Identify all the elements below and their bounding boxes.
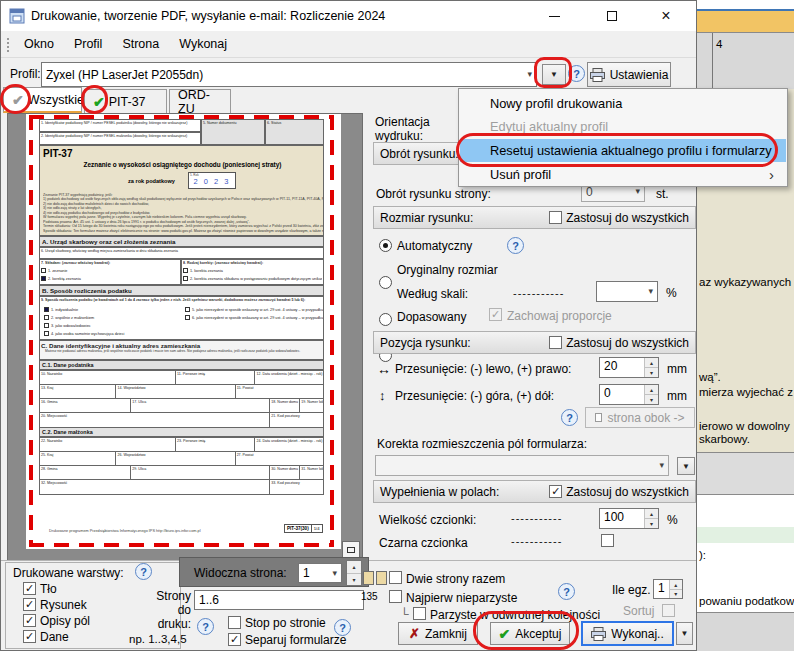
accept-button[interactable]: Akceptuj xyxy=(490,622,570,645)
offset-v-spinner[interactable]: 0 xyxy=(599,384,659,405)
radio-automatic[interactable] xyxy=(379,239,392,252)
toolbar-grip xyxy=(7,38,10,52)
menu-wykonaj[interactable]: Wykonaj xyxy=(170,34,236,54)
pages-input[interactable]: 1..6 xyxy=(194,590,364,610)
menu-item-delete-profile[interactable]: Usuń profil xyxy=(460,163,786,185)
sort-checkbox[interactable] xyxy=(662,604,675,617)
position-apply-all-checkbox[interactable] xyxy=(549,336,562,349)
menu-profil[interactable]: Profil xyxy=(65,34,111,54)
size-header: Rozmiar rysunku: Zastosuj do wszystkich xyxy=(373,206,696,229)
fields-correction-combobox[interactable] xyxy=(375,455,669,476)
layers-help-icon[interactable] xyxy=(135,563,152,580)
copies-help-icon[interactable] xyxy=(558,583,575,600)
layer-tlo-checkbox[interactable] xyxy=(23,582,36,595)
fields-correction-dropdown-button[interactable] xyxy=(677,457,695,475)
font-size-spinner[interactable]: 100 xyxy=(599,508,659,529)
year-value: 2 0 2 3 xyxy=(189,177,235,186)
close-button[interactable]: × xyxy=(651,5,681,27)
two-pages-checkbox[interactable] xyxy=(389,571,402,584)
form-footer-url: http://biuro.ips-infor.com.pl xyxy=(156,529,201,533)
size-help-icon[interactable] xyxy=(507,237,524,254)
form-code: PIT-37 xyxy=(43,148,72,159)
form-option: 4. jako osoba samotnie wychowująca dziec… xyxy=(44,331,182,336)
keep-proportions-checkbox[interactable] xyxy=(489,308,502,321)
tab-pit37[interactable]: PIT-37 xyxy=(84,89,167,113)
odd-first-label: Najpierw nieparzyste xyxy=(406,591,517,605)
minimize-button[interactable] xyxy=(539,5,569,27)
form-field: 24. Data urodzenia (dzień - miesiąc - ro… xyxy=(255,438,323,451)
execute-dropdown-button[interactable] xyxy=(676,622,693,645)
unchecked-box-icon xyxy=(183,268,188,273)
form-option: 1. zeznanie xyxy=(41,268,179,273)
close-dialog-button[interactable]: Zamknij xyxy=(398,622,478,645)
form-field: 2. Identyfikator podatkowy NIP / numer P… xyxy=(39,132,201,145)
stop-help-icon[interactable] xyxy=(334,619,351,636)
profile-help-icon[interactable] xyxy=(568,65,585,82)
form-field: 13. Kraj xyxy=(40,385,116,398)
form-field: 20. Miejscowość xyxy=(40,413,270,427)
window-title: Drukowanie, tworzenie PDF, wysyłanie e-m… xyxy=(31,9,385,23)
visible-page-value: 1 xyxy=(303,566,310,580)
form-section-b-header: B. Sposób rozliczenia podatku xyxy=(39,285,324,296)
spinner-arrows[interactable] xyxy=(347,561,361,585)
page-beside-button[interactable]: strona obok -> xyxy=(585,407,695,428)
offset-h-spinner[interactable]: 20 xyxy=(599,357,659,378)
scale-combobox[interactable] xyxy=(596,281,658,302)
execute-button[interactable]: Wykonaj.. xyxy=(581,621,674,646)
text-line: Sposób składania: Ten formularz możesz z… xyxy=(43,229,323,233)
form-row-8: 8. Rodzaj korekty: (zaznacz właściwy kwa… xyxy=(181,259,324,285)
form-field: 10. Nazwisko xyxy=(40,371,176,384)
table-row: 20. Miejscowość 21. Kod pocztowy xyxy=(40,413,323,427)
layer-opisy-checkbox[interactable] xyxy=(23,614,36,627)
pages-label-line3: druku: xyxy=(141,617,191,631)
form-field: 25. Kraj xyxy=(40,452,116,465)
position-header-label: Pozycja rysunku: xyxy=(380,336,471,350)
form-option-label: 3. jako wdowa/wdowiec xyxy=(51,324,91,328)
menu-okno[interactable]: Okno xyxy=(15,34,63,54)
visible-page-combobox[interactable]: 1 xyxy=(298,563,342,583)
spinner-arrows[interactable] xyxy=(644,509,658,528)
font-size-value: 100 xyxy=(600,509,644,528)
settings-button[interactable]: Ustawienia xyxy=(587,62,671,87)
form-options: 1. indywidualnie2. wspólnie z małżonkiem… xyxy=(44,304,182,336)
even-reverse-checkbox[interactable] xyxy=(413,607,426,620)
spinner-arrows[interactable] xyxy=(669,580,682,598)
profile-combobox[interactable]: Zyxel (HP LaserJet P2055dn) xyxy=(41,62,537,87)
position-help-icon[interactable] xyxy=(561,409,578,426)
check-gray-icon xyxy=(12,92,24,108)
stop-after-page-checkbox[interactable] xyxy=(228,616,241,629)
spinner-arrows[interactable] xyxy=(644,385,658,404)
copies-spinner[interactable]: 1 xyxy=(653,579,683,599)
layer-dane-checkbox[interactable] xyxy=(23,630,36,643)
close-dialog-label: Zamknij xyxy=(425,627,467,641)
menu-item-new-profile[interactable]: Nowy profil drukowania xyxy=(460,92,786,114)
tab-ordzu[interactable]: ORD-ZU xyxy=(169,89,231,113)
spinner-arrows[interactable] xyxy=(644,358,658,377)
bg-orange-band xyxy=(697,11,794,32)
rotation-header-label: Obrót rysunku: xyxy=(380,147,459,161)
preview-fit-button[interactable] xyxy=(342,541,360,558)
black-font-checkbox[interactable] xyxy=(601,534,614,547)
tab-wszystkie[interactable]: Wszystkie xyxy=(3,87,82,113)
size-apply-all-checkbox[interactable] xyxy=(549,211,562,224)
separate-forms-checkbox[interactable] xyxy=(228,633,241,646)
bg-text-fragment: powaniu podatkow xyxy=(699,595,794,607)
form-field: 16. Gmina xyxy=(40,399,131,412)
menu-item-reset-settings[interactable]: Resetuj ustawienia aktualnego profilu i … xyxy=(460,139,786,162)
profile-menu-dropdown-button[interactable] xyxy=(542,64,566,85)
menu-strona[interactable]: Strona xyxy=(113,34,168,54)
menu-bar: Okno Profil Strona Wykonaj xyxy=(1,31,696,58)
form-field: 6. Status xyxy=(265,119,324,145)
radio-by-scale[interactable] xyxy=(379,313,392,326)
margin-dash-bottom xyxy=(29,543,331,547)
margin-dash-left xyxy=(29,115,33,547)
pages-help-icon[interactable] xyxy=(197,618,214,635)
fills-apply-all-checkbox[interactable] xyxy=(549,485,562,498)
orientation-label: Orientacja wydruku: xyxy=(375,115,447,143)
maximize-button[interactable] xyxy=(597,5,627,27)
visible-page-spinner[interactable] xyxy=(346,560,362,586)
layer-rysunek-checkbox[interactable] xyxy=(23,598,36,611)
form-field: 27. Powiat xyxy=(236,452,323,465)
radio-original-size[interactable] xyxy=(379,276,392,289)
odd-first-checkbox[interactable] xyxy=(389,590,402,603)
